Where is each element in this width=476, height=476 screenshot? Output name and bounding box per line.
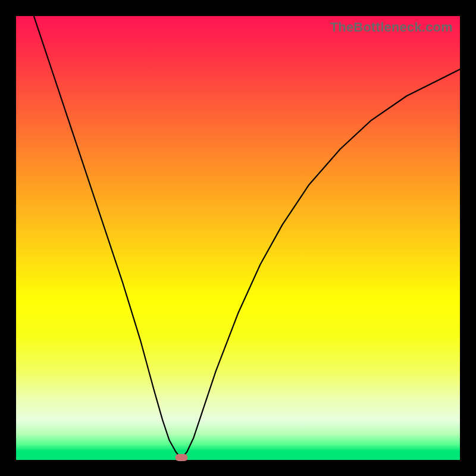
plot-area: TheBottleneck.com [16,16,460,460]
chart-container: TheBottleneck.com [0,0,476,476]
optimal-marker [175,454,187,461]
watermark-text: TheBottleneck.com [330,20,453,35]
bottleneck-curve [16,16,460,460]
